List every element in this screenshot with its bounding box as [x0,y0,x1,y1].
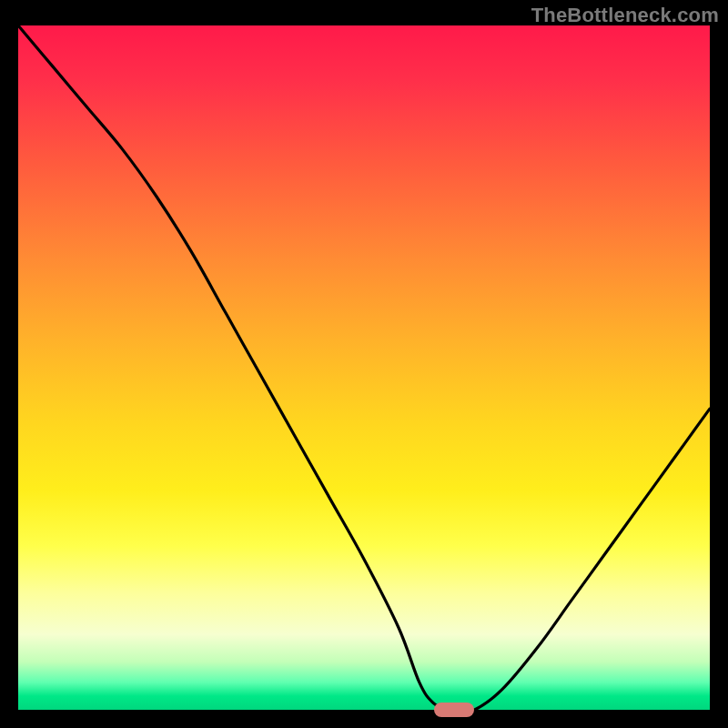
watermark-text: TheBottleneck.com [531,4,719,27]
chart-frame: TheBottleneck.com [0,0,728,728]
plot-area [18,25,710,710]
optimal-marker [434,703,474,717]
bottleneck-curve [18,25,710,710]
